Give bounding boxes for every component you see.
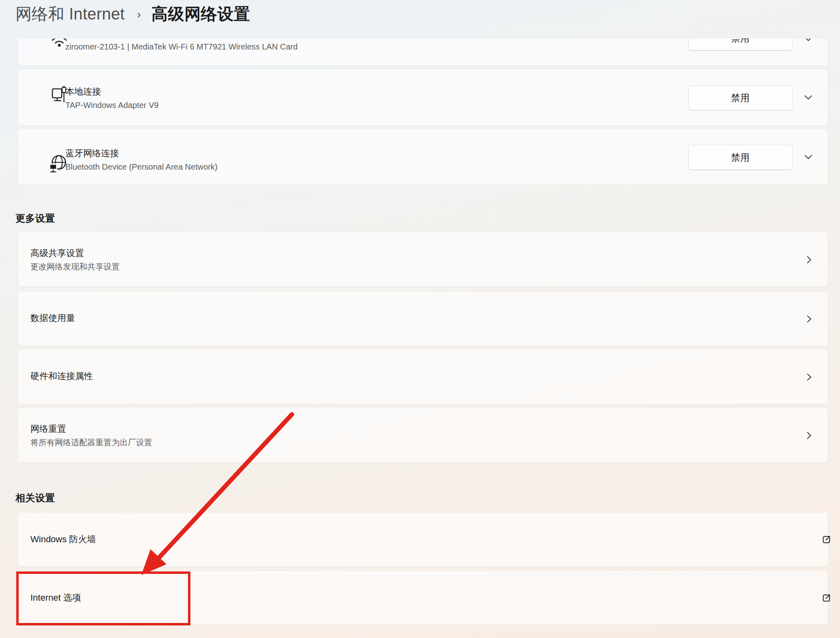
section-header-more: 更多设置 bbox=[15, 212, 55, 225]
chevron-down-icon[interactable] bbox=[803, 153, 814, 162]
breadcrumb: 网络和 Internet › 高级网络设置 bbox=[15, 1, 250, 27]
disable-button[interactable]: 禁用 bbox=[688, 39, 792, 51]
card-title: 硬件和连接属性 bbox=[30, 371, 93, 382]
breadcrumb-separator-icon: › bbox=[137, 7, 141, 21]
settings-card-advanced-sharing[interactable]: 高级共享设置 更改网络发现和共享设置 bbox=[17, 232, 828, 287]
page-title: 高级网络设置 bbox=[151, 3, 250, 25]
chevron-down-icon[interactable] bbox=[803, 93, 814, 102]
chevron-down-icon[interactable] bbox=[803, 39, 814, 44]
ethernet-adapter-icon bbox=[50, 86, 67, 104]
chevron-right-icon bbox=[804, 372, 814, 382]
external-link-icon bbox=[821, 535, 831, 545]
section-header-related: 相关设置 bbox=[15, 491, 55, 504]
adapter-card-bluetooth[interactable]: 蓝牙网络连接 Bluetooth Device (Personal Area N… bbox=[17, 129, 828, 185]
card-title: Internet 选项 bbox=[30, 592, 81, 604]
card-title: 数据使用量 bbox=[30, 313, 75, 324]
related-card-windows-firewall[interactable]: Windows 防火墙 bbox=[17, 512, 828, 567]
external-link-icon bbox=[821, 593, 831, 603]
chevron-right-icon bbox=[804, 314, 814, 324]
adapter-card-local[interactable]: 本地连接 TAP-Windows Adapter V9 禁用 bbox=[17, 69, 828, 126]
card-title: Windows 防火墙 bbox=[30, 534, 96, 545]
adapter-card-wifi[interactable]: ziroomer-2103-1 | MediaTek Wi-Fi 6 MT792… bbox=[17, 39, 828, 66]
adapter-name: 蓝牙网络连接 bbox=[65, 148, 119, 159]
chevron-right-icon bbox=[804, 254, 814, 265]
wifi-icon bbox=[51, 39, 67, 48]
settings-card-hardware-properties[interactable]: 硬件和连接属性 bbox=[17, 349, 828, 404]
card-subtitle: 更改网络发现和共享设置 bbox=[30, 261, 120, 272]
settings-card-network-reset[interactable]: 网络重置 将所有网络适配器重置为出厂设置 bbox=[17, 407, 828, 463]
card-title: 高级共享设置 bbox=[30, 248, 84, 259]
chevron-right-icon bbox=[804, 430, 814, 441]
disable-button[interactable]: 禁用 bbox=[688, 85, 792, 110]
adapter-name: 本地连接 bbox=[65, 86, 101, 97]
settings-card-data-usage[interactable]: 数据使用量 bbox=[17, 291, 828, 346]
disable-button[interactable]: 禁用 bbox=[688, 145, 792, 170]
bluetooth-network-icon bbox=[49, 155, 67, 174]
adapter-description: Bluetooth Device (Personal Area Network) bbox=[65, 162, 218, 172]
adapter-description: ziroomer-2103-1 | MediaTek Wi-Fi 6 MT792… bbox=[65, 41, 298, 52]
card-subtitle: 将所有网络适配器重置为出厂设置 bbox=[30, 437, 152, 448]
card-title: 网络重置 bbox=[30, 423, 66, 435]
related-card-internet-options[interactable]: Internet 选项 bbox=[17, 571, 828, 625]
breadcrumb-parent[interactable]: 网络和 Internet bbox=[15, 3, 125, 25]
adapter-description: TAP-Windows Adapter V9 bbox=[65, 100, 159, 110]
